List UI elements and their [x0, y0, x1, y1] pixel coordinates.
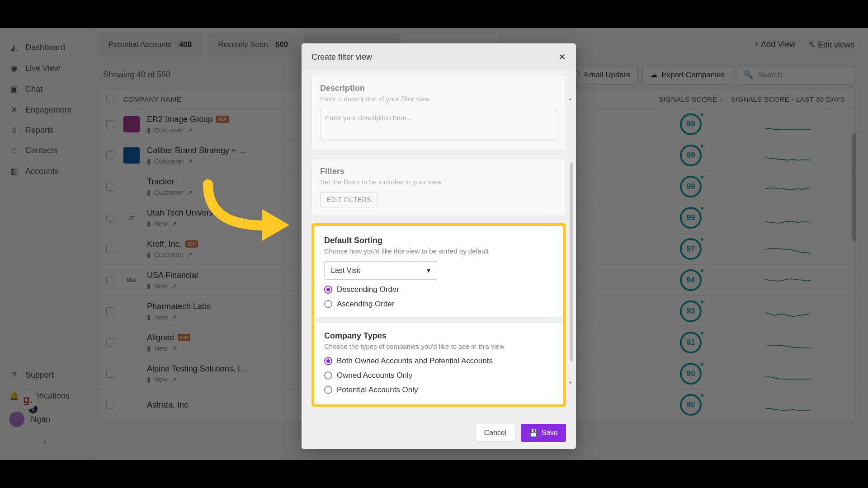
chevron-down-icon: ▾ [427, 266, 430, 275]
description-textarea[interactable] [320, 109, 557, 141]
filters-panel: Filters Set the filters to be included i… [311, 158, 566, 216]
filters-hint: Set the filters to be included in your v… [320, 178, 557, 186]
radio-owned-only[interactable]: Owned Accounts Only [324, 371, 553, 380]
filters-heading: Filters [320, 167, 557, 176]
highlighted-sections: Default Sorting Choose how you'd like th… [311, 223, 566, 407]
save-button[interactable]: 💾 Save [521, 424, 566, 442]
radio-icon [324, 300, 332, 308]
default-sorting-panel: Default Sorting Choose how you'd like th… [316, 228, 561, 317]
sort-by-select[interactable]: Last Visit ▾ [324, 261, 437, 280]
radio-icon [324, 286, 332, 294]
company-types-panel: Company Types Choose the types of compan… [316, 323, 561, 403]
close-icon[interactable]: ✕ [558, 52, 566, 62]
cancel-button[interactable]: Cancel [476, 424, 515, 442]
save-icon: 💾 [529, 429, 538, 437]
radio-ascending[interactable]: Ascending Order [324, 300, 553, 309]
edit-filters-button[interactable]: EDIT FILTERS [320, 192, 378, 207]
company-types-heading: Company Types [324, 331, 553, 341]
radio-potential-only[interactable]: Potential Accounts Only [324, 385, 553, 394]
modal-scrollbar[interactable] [570, 163, 573, 361]
create-filter-view-modal: Create filter view ✕ ▲ Description Enter… [302, 43, 576, 449]
radio-icon [324, 371, 332, 380]
modal-title: Create filter view [311, 52, 372, 62]
radio-descending[interactable]: Descending Order [324, 285, 553, 294]
radio-icon [324, 357, 332, 365]
scroll-down-icon[interactable]: ▼ [568, 380, 572, 385]
radio-icon [324, 386, 332, 394]
description-heading: Description [320, 84, 557, 93]
sorting-heading: Default Sorting [324, 236, 553, 245]
sorting-hint: Choose how you'd like this view to be so… [324, 247, 553, 255]
radio-both-accounts[interactable]: Both Owned Accounts and Potential Accoun… [324, 357, 553, 366]
description-panel: Description Enter a description of your … [311, 75, 566, 151]
description-hint: Enter a description of your filter view [320, 95, 557, 103]
company-types-hint: Choose the types of companies you'd like… [324, 343, 553, 350]
